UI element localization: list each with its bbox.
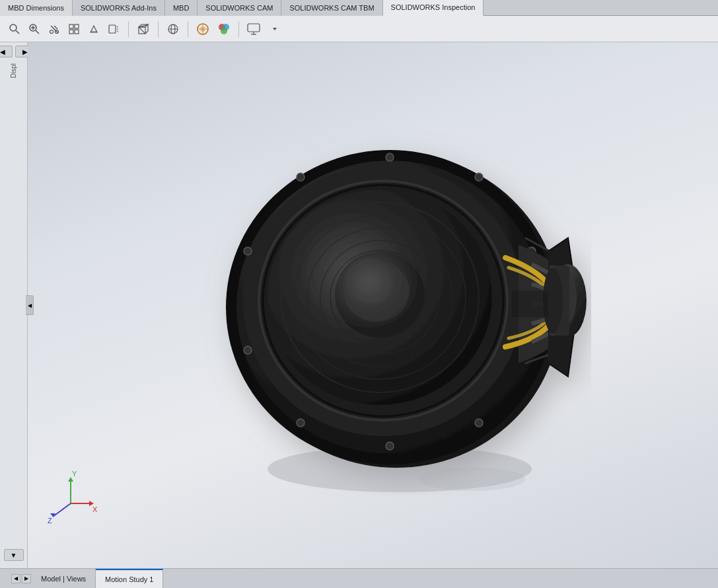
svg-rect-33 — [248, 24, 260, 32]
svg-point-55 — [352, 270, 392, 304]
svg-rect-11 — [75, 24, 79, 28]
svg-text:Y: Y — [72, 470, 77, 478]
shaded-icon[interactable] — [104, 20, 123, 38]
svg-marker-76 — [68, 477, 73, 482]
display-style-icon[interactable] — [85, 20, 103, 38]
svg-text:X: X — [92, 505, 98, 513]
tab-solidworks-cam-tbm[interactable]: SOLIDWORKS CAM TBM — [281, 0, 382, 16]
svg-marker-36 — [273, 28, 277, 30]
tab-solidworks-addins[interactable]: SOLIDWORKS Add-Ins — [73, 0, 165, 16]
tab-motion-study-1[interactable]: Motion Study 1 — [96, 569, 163, 589]
svg-point-63 — [244, 346, 252, 354]
status-bar: ◀ ▶ Model | Views Motion Study 1 — [0, 568, 718, 588]
svg-line-19 — [117, 31, 118, 32]
svg-line-17 — [117, 26, 118, 27]
svg-point-62 — [297, 419, 305, 427]
speaker-model — [195, 99, 591, 496]
toolbar-separator-3 — [188, 21, 188, 37]
bottom-scroll-right[interactable]: ▶ — [22, 574, 31, 583]
view-orientation-icon[interactable] — [65, 20, 83, 38]
svg-rect-16 — [109, 25, 116, 33]
coordinate-axes: Z Y X — [41, 467, 100, 529]
sidebar-scroll-bottom[interactable]: ▼ — [4, 549, 24, 561]
svg-line-72 — [53, 503, 71, 517]
svg-line-1 — [16, 30, 19, 34]
cut-icon[interactable] — [45, 20, 63, 38]
svg-line-6 — [51, 26, 57, 32]
svg-line-3 — [36, 30, 39, 34]
tab-mbd-dimensions[interactable]: MBD Dimensions — [0, 0, 73, 16]
zoom-icon[interactable] — [25, 20, 44, 38]
svg-point-65 — [297, 173, 305, 181]
svg-point-64 — [244, 247, 252, 255]
left-sidebar: ◀ ▶ Displ ◀ ▼ — [0, 42, 28, 568]
sidebar-label: Displ — [9, 61, 18, 81]
monitor-icon[interactable] — [244, 20, 263, 38]
toolbar-separator-4 — [238, 21, 239, 37]
toolbar-separator-2 — [158, 21, 159, 37]
search-icon[interactable] — [5, 20, 24, 38]
appearances-icon[interactable] — [215, 20, 233, 38]
toolbar-separator-1 — [128, 21, 129, 37]
bottom-scroll-buttons: ◀ ▶ — [11, 574, 32, 583]
svg-point-7 — [50, 30, 54, 33]
view-cube-icon[interactable] — [134, 20, 153, 38]
render-tools-icon[interactable] — [194, 20, 212, 38]
svg-rect-10 — [69, 24, 73, 28]
svg-point-32 — [221, 28, 227, 34]
viewport[interactable]: Z Y X — [28, 42, 718, 568]
tab-solidworks-inspection[interactable]: SOLIDWORKS Inspection — [383, 0, 484, 16]
tab-mbd[interactable]: MBD — [165, 0, 197, 16]
svg-rect-15 — [90, 31, 97, 32]
toolbar-group-search — [5, 20, 123, 38]
toolbar — [0, 16, 718, 42]
svg-point-61 — [386, 442, 394, 450]
svg-line-9 — [54, 26, 57, 29]
svg-point-60 — [475, 419, 483, 427]
sidebar-scroll-left[interactable]: ◀ — [0, 46, 13, 57]
tab-solidworks-cam[interactable]: SOLIDWORKS CAM — [197, 0, 281, 16]
perspective-icon[interactable] — [164, 20, 182, 38]
tab-model-views[interactable]: Model | Views — [32, 569, 96, 589]
svg-text:Z: Z — [48, 517, 52, 525]
svg-point-0 — [10, 24, 17, 31]
svg-point-38 — [419, 467, 525, 491]
sidebar-collapse-btn[interactable]: ◀ — [26, 295, 34, 315]
svg-rect-13 — [75, 30, 79, 34]
svg-point-57 — [475, 173, 483, 181]
svg-rect-12 — [69, 30, 73, 34]
svg-rect-71 — [512, 291, 548, 317]
svg-point-56 — [386, 153, 394, 161]
dropdown-arrow-icon[interactable] — [266, 20, 284, 38]
bottom-scroll-left[interactable]: ◀ — [11, 574, 20, 583]
tab-bar: MBD Dimensions SOLIDWORKS Add-Ins MBD SO… — [0, 0, 718, 16]
main-area: ◀ ▶ Displ ◀ ▼ — [0, 42, 718, 568]
